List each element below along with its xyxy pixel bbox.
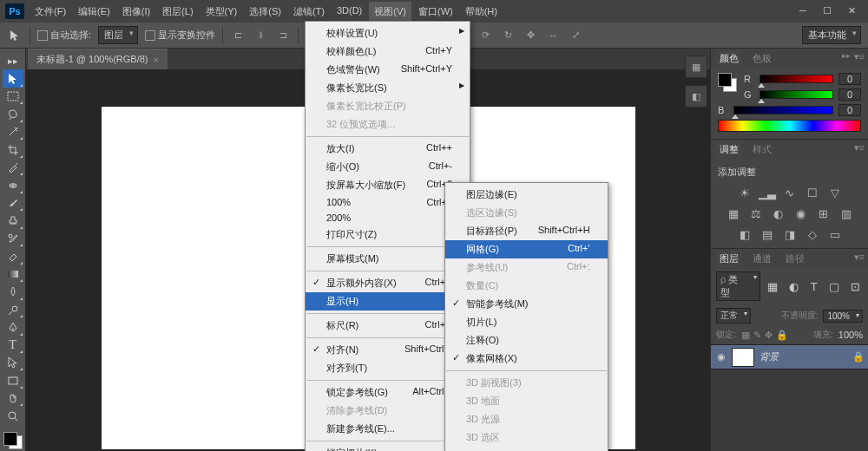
menuitem[interactable]: 目标路径(P)Shift+Ctrl+H [445, 222, 608, 240]
filter-shape-icon[interactable]: ▢ [827, 279, 843, 293]
r-slider[interactable] [760, 75, 833, 83]
blend-mode[interactable]: 正常 [716, 308, 751, 324]
panel-collapse-icon[interactable]: ▸▸ [842, 51, 851, 60]
lock-pixels-icon[interactable]: ✎ [753, 330, 761, 341]
document-tab[interactable]: 未标题-1 @ 100%(RGB/8) × [28, 49, 168, 69]
b-slider[interactable] [733, 106, 833, 114]
vibrance-icon[interactable]: ▽ [827, 186, 843, 199]
menuitem[interactable]: 放大(I)Ctrl++ [306, 140, 470, 158]
menu-5[interactable]: 选择(S) [244, 2, 286, 22]
align-left-icon[interactable]: ⊏ [230, 28, 246, 43]
layer-thumbnail[interactable] [732, 348, 754, 367]
visibility-toggle[interactable]: ◉ [711, 351, 732, 363]
3d-scale-icon[interactable]: ⤢ [568, 28, 583, 43]
path-selection-tool[interactable] [3, 354, 23, 371]
3d-orbit-icon[interactable]: ⟳ [477, 28, 493, 43]
dodge-tool[interactable] [3, 301, 23, 318]
tab-color[interactable]: 颜色 [716, 50, 742, 67]
lock-all-icon[interactable]: 🔒 [776, 330, 788, 341]
crop-tool[interactable] [3, 141, 23, 158]
foreground-swatch[interactable] [3, 432, 17, 446]
menuitem[interactable]: 色域警告(W)Shift+Ctrl+Y [306, 61, 470, 79]
close-tab-icon[interactable]: × [154, 55, 159, 65]
balance-icon[interactable]: ⚖ [748, 206, 764, 220]
tab-swatches[interactable]: 色板 [749, 50, 775, 67]
posterize-icon[interactable]: ▤ [760, 227, 775, 241]
align-right-icon[interactable]: ⊐ [275, 28, 291, 43]
invert-icon[interactable]: ◧ [737, 227, 753, 241]
rectangle-tool[interactable] [3, 371, 23, 389]
wand-tool[interactable] [3, 123, 23, 141]
filter-pixel-icon[interactable]: ▦ [766, 279, 781, 293]
mixer-icon[interactable]: ⊞ [816, 206, 832, 220]
lock-transparent-icon[interactable]: ▦ [741, 330, 750, 341]
zoom-tool[interactable] [3, 407, 23, 424]
photo-filter-icon[interactable]: ◉ [793, 206, 809, 220]
g-slider[interactable] [760, 90, 833, 99]
collapse-tools-icon[interactable]: ▸▸ [3, 52, 23, 69]
lasso-tool[interactable] [3, 105, 23, 122]
panel-menu-icon[interactable]: ▾≡ [854, 51, 865, 62]
panel-fg-swatch[interactable] [718, 73, 732, 87]
filter-adjust-icon[interactable]: ◐ [786, 279, 801, 293]
properties-dock-icon[interactable]: ◧ [685, 85, 707, 108]
levels-icon[interactable]: ▁▃ [760, 186, 775, 199]
auto-select-checkbox[interactable]: 自动选择: [37, 29, 91, 42]
panel-menu-icon[interactable]: ▾≡ [854, 142, 865, 154]
exposure-icon[interactable]: ☐ [805, 186, 820, 199]
history-dock-icon[interactable]: ▦ [685, 56, 707, 78]
hue-icon[interactable]: ▦ [726, 206, 741, 220]
eraser-tool[interactable] [3, 247, 23, 265]
tab-styles[interactable]: 样式 [749, 141, 775, 158]
filter-smart-icon[interactable]: ⊡ [847, 279, 863, 293]
lock-position-icon[interactable]: ✥ [765, 330, 773, 341]
menuitem[interactable]: ✓UV 叠加 [445, 447, 608, 451]
opacity-value[interactable]: 100% [823, 310, 863, 323]
tab-channels[interactable]: 通道 [749, 251, 775, 267]
blur-tool[interactable] [3, 283, 23, 300]
menuitem[interactable]: 网格(G)Ctrl+' [445, 240, 608, 258]
align-hcenter-icon[interactable]: ⫴ [253, 28, 268, 43]
3d-pan-icon[interactable]: ✥ [523, 28, 538, 43]
menuitem[interactable]: ✓智能参考线(M) [445, 295, 608, 313]
restore-button[interactable]: ☐ [819, 5, 835, 17]
b-value[interactable]: 0 [838, 104, 861, 116]
curves-icon[interactable]: ∿ [782, 186, 798, 199]
tab-paths[interactable]: 路径 [782, 251, 808, 267]
spectrum-ramp[interactable] [718, 120, 861, 132]
show-transform-checkbox[interactable]: 显示变换控件 [145, 29, 215, 42]
g-value[interactable]: 0 [838, 88, 861, 101]
type-tool[interactable]: T [3, 337, 23, 354]
brush-tool[interactable] [3, 194, 23, 212]
color-swatches[interactable] [2, 430, 24, 451]
fill-value[interactable]: 100% [838, 330, 863, 340]
workspace-selector[interactable]: 基本功能 [802, 26, 861, 44]
bw-icon[interactable]: ◐ [771, 206, 786, 220]
heal-tool[interactable] [3, 176, 23, 193]
tab-layers[interactable]: 图层 [716, 251, 742, 267]
auto-select-target[interactable]: 图层 [98, 26, 138, 44]
pen-tool[interactable] [3, 318, 23, 336]
menu-8[interactable]: 视图(V) [369, 2, 411, 22]
filter-kind[interactable]: ρ 类型 [716, 271, 760, 301]
close-button[interactable]: ✕ [844, 5, 859, 17]
menuitem[interactable]: 注释(O) [445, 331, 608, 350]
menuitem[interactable]: 切片(L) [445, 313, 608, 331]
minimize-button[interactable]: ─ [795, 5, 811, 17]
r-value[interactable]: 0 [838, 73, 861, 85]
menuitem[interactable]: 校样设置(U)▶ [306, 24, 470, 42]
brightness-icon[interactable]: ☀ [737, 186, 753, 199]
menuitem[interactable]: 校样颜色(L)Ctrl+Y [306, 42, 470, 61]
menu-4[interactable]: 类型(Y) [201, 2, 243, 22]
stamp-tool[interactable] [3, 212, 23, 229]
marquee-tool[interactable] [3, 88, 23, 105]
threshold-icon[interactable]: ◨ [782, 227, 798, 241]
layer-name[interactable]: 背景 [760, 350, 852, 363]
menuitem[interactable]: 图层边缘(E) [445, 186, 608, 204]
menu-7[interactable]: 3D(D) [332, 2, 367, 22]
gradient-map-icon[interactable]: ▭ [827, 227, 843, 241]
menu-3[interactable]: 图层(L) [157, 2, 198, 22]
3d-roll-icon[interactable]: ↻ [500, 28, 516, 43]
menu-0[interactable]: 文件(F) [30, 2, 71, 22]
lookup-icon[interactable]: ▥ [838, 206, 854, 220]
